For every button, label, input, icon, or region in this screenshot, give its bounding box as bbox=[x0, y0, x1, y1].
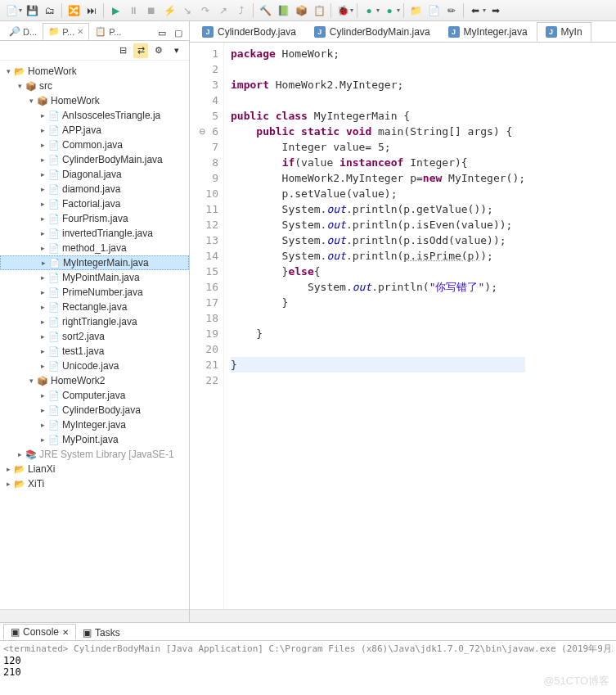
saveall-button[interactable]: 🗂 bbox=[42, 2, 58, 19]
tree-node[interactable]: ▸📄MyPoint.java bbox=[0, 432, 189, 447]
stop-button[interactable]: ⏹ bbox=[143, 2, 160, 19]
new-button[interactable]: 📄 bbox=[3, 2, 20, 19]
newproj-button[interactable]: 📁 bbox=[407, 2, 424, 19]
editor-scrollbar[interactable] bbox=[190, 609, 616, 622]
opentype-button[interactable]: 📋 bbox=[311, 2, 327, 19]
expand-icon[interactable]: ▸ bbox=[38, 185, 47, 193]
save-button[interactable]: 💾 bbox=[24, 2, 40, 19]
edit-button[interactable]: ✏ bbox=[443, 2, 460, 19]
tree-node[interactable]: ▾📦HomeWork2 bbox=[0, 373, 189, 388]
maximize-icon[interactable]: ▢ bbox=[171, 25, 186, 40]
expand-icon[interactable]: ▾ bbox=[26, 97, 36, 105]
view-tab[interactable]: 📁P...✕ bbox=[43, 23, 89, 40]
expand-icon[interactable]: ▸ bbox=[38, 391, 47, 399]
tree-node[interactable]: ▸📄Unicode.java bbox=[0, 359, 189, 373]
tree-node[interactable]: ▸📄method_1.java bbox=[0, 241, 189, 255]
tree-node[interactable]: ▸📄rightTriangle.java bbox=[0, 314, 189, 329]
tree-node[interactable]: ▾📦src bbox=[0, 79, 189, 93]
build-button[interactable]: 🔨 bbox=[257, 2, 273, 19]
expand-icon[interactable]: ▸ bbox=[38, 436, 47, 444]
tree-node[interactable]: ▸📄MyPointMain.java bbox=[0, 270, 189, 285]
expand-icon[interactable]: ▸ bbox=[38, 200, 47, 208]
tree-node[interactable]: ▸📂LianXi bbox=[0, 462, 189, 476]
runlast-button[interactable]: ● bbox=[381, 2, 398, 19]
expand-icon[interactable]: ▸ bbox=[38, 318, 47, 326]
expand-icon[interactable]: ▸ bbox=[38, 156, 47, 164]
close-icon[interactable]: ✕ bbox=[62, 628, 69, 637]
expand-icon[interactable]: ▸ bbox=[3, 465, 13, 473]
tree-node[interactable]: ▾📂HomeWork bbox=[0, 64, 189, 79]
console-tab[interactable]: ▣Console ✕ bbox=[3, 624, 76, 640]
expand-icon[interactable]: ▸ bbox=[38, 126, 47, 134]
run-button[interactable]: ● bbox=[361, 2, 377, 19]
tree-node[interactable]: ▸📄sort2.java bbox=[0, 329, 189, 344]
expand-icon[interactable]: ▸ bbox=[15, 450, 25, 458]
back-button[interactable]: ⬅ bbox=[467, 2, 483, 19]
link-icon[interactable]: ⇄ bbox=[133, 43, 148, 58]
minimize-icon[interactable]: ▭ bbox=[155, 25, 169, 40]
expand-icon[interactable]: ▸ bbox=[38, 362, 47, 370]
expand-icon[interactable]: ▸ bbox=[3, 480, 13, 488]
expand-icon[interactable]: ▸ bbox=[38, 288, 47, 296]
expand-icon[interactable]: ▸ bbox=[38, 259, 48, 267]
expand-icon[interactable]: ▸ bbox=[38, 111, 47, 120]
tree-node[interactable]: ▸📄FourPrism.java bbox=[0, 211, 189, 226]
view-tab[interactable]: 🔎D... bbox=[3, 23, 43, 40]
console-output[interactable]: <terminated> CylinderBodyMain [Java Appl… bbox=[0, 641, 616, 679]
tree-node[interactable]: ▸📄Common.java bbox=[0, 138, 189, 152]
tree-node[interactable]: ▸📄CylinderBodyMain.java bbox=[0, 152, 189, 167]
tree-node[interactable]: ▸📄invertedTriangle.java bbox=[0, 226, 189, 241]
fwd-button[interactable]: ➡ bbox=[488, 2, 504, 19]
expand-icon[interactable]: ▸ bbox=[38, 244, 47, 252]
newfile-button[interactable]: 📄 bbox=[425, 2, 442, 19]
resume-button[interactable]: ▶ bbox=[107, 2, 124, 19]
editor-tab[interactable]: JCylinderBody.java bbox=[193, 22, 305, 42]
tree-node[interactable]: ▸📄MyIntegerMain.java bbox=[0, 255, 189, 270]
expand-icon[interactable]: ▸ bbox=[38, 406, 47, 414]
expand-icon[interactable]: ▸ bbox=[38, 170, 47, 178]
expand-icon[interactable]: ▸ bbox=[38, 214, 47, 223]
expand-icon[interactable]: ▸ bbox=[38, 141, 47, 149]
tree-node[interactable]: ▸📄Factorial.java bbox=[0, 196, 189, 211]
tree-node[interactable]: ▸📄AnIsoscelesTriangle.ja bbox=[0, 108, 189, 123]
tree-node[interactable]: ▸📄PrimeNumber.java bbox=[0, 285, 189, 300]
disconnect-button[interactable]: ⚡ bbox=[161, 2, 178, 19]
tree-node[interactable]: ▸📄CylinderBody.java bbox=[0, 403, 189, 417]
filter-icon[interactable]: ⚙ bbox=[151, 43, 166, 58]
expand-icon[interactable]: ▸ bbox=[38, 273, 47, 282]
editor-tab[interactable]: JCylinderBodyMain.java bbox=[305, 22, 439, 42]
tree-node[interactable]: ▾📦HomeWork bbox=[0, 93, 189, 108]
view-tab[interactable]: 📋P... bbox=[89, 23, 127, 40]
expand-icon[interactable]: ▸ bbox=[38, 303, 47, 311]
code-editor[interactable]: 12345⊖ 678910111213141516171819202122 pa… bbox=[190, 43, 616, 609]
stepreturn-button[interactable]: ↗ bbox=[215, 2, 232, 19]
tree-node[interactable]: ▸📄Rectangle.java bbox=[0, 300, 189, 314]
expand-icon[interactable]: ▸ bbox=[38, 229, 47, 237]
toggle-button[interactable]: 🔀 bbox=[65, 2, 82, 19]
skip-button[interactable]: ⏭ bbox=[83, 2, 100, 19]
scrollbar-horizontal[interactable] bbox=[0, 609, 189, 622]
pause-button[interactable]: ⏸ bbox=[125, 2, 142, 19]
debug-button[interactable]: 🐞 bbox=[335, 2, 351, 19]
stepinto-button[interactable]: ↘ bbox=[179, 2, 196, 19]
newpkg-button[interactable]: 📦 bbox=[293, 2, 309, 19]
tree-node[interactable]: ▸📚JRE System Library [JavaSE-1 bbox=[0, 447, 189, 462]
expand-icon[interactable]: ▸ bbox=[38, 332, 47, 341]
menu-icon[interactable]: ▾ bbox=[169, 43, 184, 58]
source-code[interactable]: package HomeWork; import HomeWork2.MyInt… bbox=[224, 43, 525, 609]
tree-node[interactable]: ▸📄Computer.java bbox=[0, 388, 189, 403]
editor-tab[interactable]: JMyIn bbox=[537, 22, 591, 42]
tree-node[interactable]: ▸📄test1.java bbox=[0, 344, 189, 359]
expand-icon[interactable]: ▾ bbox=[15, 82, 25, 90]
stepover-button[interactable]: ↷ bbox=[197, 2, 214, 19]
tree-node[interactable]: ▸📄APP.java bbox=[0, 123, 189, 138]
dropframe-button[interactable]: ⤴ bbox=[233, 2, 250, 19]
tree-node[interactable]: ▸📄MyInteger.java bbox=[0, 417, 189, 432]
expand-icon[interactable]: ▸ bbox=[38, 347, 47, 355]
project-tree[interactable]: ▾📂HomeWork▾📦src▾📦HomeWork▸📄AnIsoscelesTr… bbox=[0, 61, 189, 609]
tree-node[interactable]: ▸📂XiTi bbox=[0, 476, 189, 491]
close-icon[interactable]: ✕ bbox=[77, 27, 83, 36]
console-tab[interactable]: ▣Tasks bbox=[76, 625, 127, 640]
collapse-icon[interactable]: ⊟ bbox=[115, 43, 130, 58]
tree-node[interactable]: ▸📄diamond.java bbox=[0, 182, 189, 196]
